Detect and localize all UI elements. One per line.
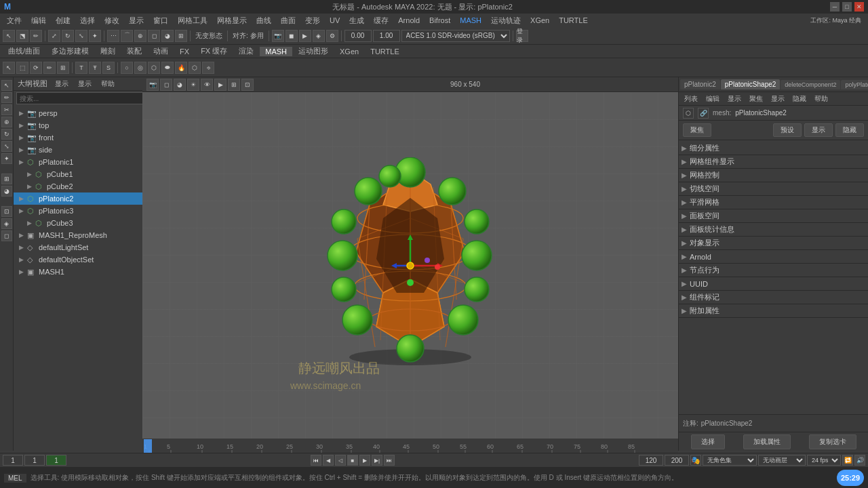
tb3-box-select[interactable]: ⬚ — [16, 62, 28, 74]
menu-mash[interactable]: MASH — [456, 16, 486, 25]
attr-select-btn[interactable]: 选择 — [691, 434, 725, 449]
tb-select-tool[interactable]: ↖ — [3, 30, 15, 42]
vp-view-icon[interactable]: ◻ — [160, 79, 172, 91]
tb-snap-view[interactable]: ◻ — [148, 30, 160, 42]
menu-cache[interactable]: 缓存 — [370, 15, 393, 26]
anim-layer-select[interactable]: 无动画层 — [758, 455, 806, 466]
attr-menu-show[interactable]: 显示 — [725, 94, 744, 104]
attr-menu-list[interactable]: 列表 — [682, 94, 701, 104]
outliner-item-pplatonic2[interactable]: ▶ ⬡ pPlatonic2 — [14, 192, 155, 205]
vp-show-icon[interactable]: 👁 — [201, 79, 213, 91]
mod-fx-cache[interactable]: FX 缓存 — [195, 45, 233, 57]
menu-edit[interactable]: 编辑 — [27, 15, 50, 26]
pb-play[interactable]: ▶ — [359, 455, 370, 466]
tb-rotate[interactable]: ↻ — [62, 30, 74, 42]
scale-input[interactable] — [373, 30, 400, 42]
outliner-item-defaultlightset[interactable]: ▶ ◇ defaultLightSet — [14, 241, 155, 253]
outliner-menu-display[interactable]: 显示 — [76, 79, 94, 89]
outliner-search[interactable] — [16, 92, 153, 104]
pb-go-end[interactable]: ⏭ — [384, 455, 395, 466]
paint-icon[interactable]: ✏ — [1, 92, 12, 103]
mod-turtle[interactable]: TURTLE — [365, 47, 405, 56]
outliner-item-persp[interactable]: ▶ 📷 persp — [14, 107, 155, 119]
mod-rigging[interactable]: 装配 — [121, 45, 147, 57]
tb3-circle[interactable]: ○ — [121, 62, 133, 74]
attr-section-tangent[interactable]: ▶ 切线空间 — [679, 182, 868, 196]
camera-settings-icon[interactable]: ◻ — [1, 230, 12, 241]
tb3-svg[interactable]: S — [102, 62, 115, 74]
pb-stop[interactable]: ■ — [347, 455, 358, 466]
mod-sculpt[interactable]: 雕刻 — [95, 45, 121, 57]
attr-load-btn[interactable]: 加载属性 — [743, 434, 791, 449]
tb-symmetry[interactable]: ⊞ — [175, 30, 187, 42]
tb3-export[interactable]: ⎆ — [202, 62, 214, 74]
mod-anim[interactable]: 动画 — [148, 45, 174, 57]
attr-menu-help[interactable]: 帮助 — [812, 94, 831, 104]
frame-current-input[interactable] — [24, 455, 45, 466]
select-mode-icon[interactable]: ↖ — [1, 80, 12, 91]
tb3-lasso[interactable]: ⟳ — [30, 62, 42, 74]
vp-panels-icon[interactable]: ⊞ — [228, 79, 240, 91]
tb3-select[interactable]: ↖ — [3, 62, 15, 74]
attr-section-subdivision[interactable]: ▶ 细分属性 — [679, 142, 868, 155]
menu-arnold[interactable]: Arnold — [394, 16, 424, 25]
mod-mash[interactable]: MASH — [260, 47, 292, 56]
viewport[interactable]: 📷 ◻ ◕ ☀ 👁 ▶ ⊞ ⊡ 960 x 540 — [142, 77, 678, 451]
tb3-text[interactable]: T — [75, 62, 87, 74]
attr-section-object-display[interactable]: ▶ 对象显示 — [679, 237, 868, 250]
fps-select[interactable]: 24 fps — [807, 455, 841, 466]
outliner-item-pcube1[interactable]: ▶ ⬡ pCube1 — [14, 168, 155, 180]
attr-copy-btn[interactable]: 复制选卡 — [809, 434, 856, 449]
attr-section-panel-stats[interactable]: ▶ 面板统计信息 — [679, 223, 868, 237]
menu-xgen[interactable]: XGen — [526, 16, 553, 25]
soft-icon[interactable]: ◕ — [1, 186, 12, 197]
attr-menu-edit[interactable]: 编辑 — [703, 94, 722, 104]
tb-scale[interactable]: ⤡ — [75, 30, 87, 42]
attr-tab-deletecomponent2[interactable]: deleteComponent2 — [781, 80, 840, 89]
attr-section-uuid[interactable]: ▶ UUID — [679, 277, 868, 291]
menu-mesh-display[interactable]: 网格显示 — [213, 15, 251, 26]
tb3-ellipse[interactable]: ⬬ — [161, 62, 174, 74]
menu-select[interactable]: 选择 — [76, 15, 99, 26]
outliner-item-pplatonic3[interactable]: ▶ ⬡ pPlatonic3 — [14, 205, 155, 217]
mod-motion-graphics[interactable]: 运动图形 — [293, 45, 334, 57]
history-icon[interactable]: ⊡ — [1, 206, 12, 217]
vp-hud-icon[interactable]: ⊡ — [241, 79, 254, 91]
tb-render-icon[interactable]: ◼ — [285, 30, 298, 42]
tb-interactive-icon[interactable]: ◈ — [313, 30, 325, 42]
pb-step-fwd[interactable]: ▶| — [372, 455, 382, 466]
render-icon[interactable]: ◈ — [1, 218, 12, 229]
tb3-type[interactable]: Ŧ — [89, 62, 101, 74]
outliner-item-defaultobjectset[interactable]: ▶ ◇ defaultObjectSet — [14, 253, 155, 266]
vp-shading-icon[interactable]: ◕ — [174, 79, 186, 91]
tb-camera-icon[interactable]: 📷 — [272, 30, 284, 42]
attr-focus-btn[interactable]: 聚焦 — [683, 123, 711, 137]
outliner-item-front[interactable]: ▶ 📷 front — [14, 131, 155, 144]
outliner-menu-show[interactable]: 显示 — [53, 79, 71, 89]
menu-uv[interactable]: UV — [326, 16, 344, 25]
frame-indicator[interactable] — [46, 455, 66, 466]
viewport-canvas[interactable]: 静远嘲风出品 www.scimage.cn — [142, 92, 678, 439]
menu-motion[interactable]: 运动轨迹 — [487, 15, 525, 26]
tb-universal[interactable]: ✦ — [89, 30, 101, 42]
universal-icon[interactable]: ✦ — [1, 153, 12, 164]
tb3-loop[interactable]: ⊞ — [57, 62, 69, 74]
tb-snap-grid[interactable]: ⋯ — [107, 30, 119, 42]
frame-start-input[interactable] — [3, 455, 23, 466]
attr-menu-hide[interactable]: 隐藏 — [790, 94, 809, 104]
tb-snap-point[interactable]: ⊕ — [134, 30, 146, 42]
snap-icon[interactable]: ⊞ — [1, 174, 12, 184]
scale-icon[interactable]: ⤡ — [1, 141, 12, 152]
mod-render[interactable]: 渲染 — [233, 45, 259, 57]
menu-curves[interactable]: 曲线 — [252, 15, 275, 26]
attr-menu-show2[interactable]: 显示 — [768, 94, 787, 104]
outliner-item-pcube3[interactable]: ▶ ⬡ pCube3 — [14, 217, 155, 229]
attr-preset-btn[interactable]: 预设 — [773, 123, 802, 137]
menu-create[interactable]: 创建 — [52, 15, 75, 26]
attr-tab-pplatonic2[interactable]: pPlatonic2 — [680, 79, 720, 89]
attr-section-node-behavior[interactable]: ▶ 节点行为 — [679, 264, 868, 277]
attr-section-mesh-component[interactable]: ▶ 网格组件显示 — [679, 155, 868, 169]
menu-turtle[interactable]: TURTLE — [555, 16, 592, 25]
attr-section-mesh-control[interactable]: ▶ 网格控制 — [679, 169, 868, 182]
pb-loop-icon[interactable]: 🔁 — [842, 455, 853, 466]
